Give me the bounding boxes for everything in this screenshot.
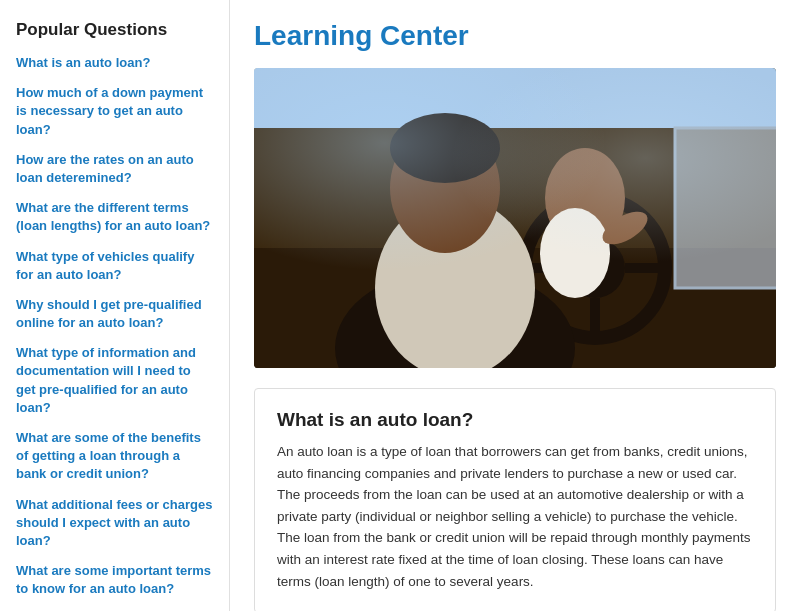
sidebar-link-q7[interactable]: What type of information and documentati…	[16, 344, 213, 417]
sidebar: Popular Questions What is an auto loan?H…	[0, 0, 230, 611]
info-card-title: What is an auto loan?	[277, 409, 753, 431]
hero-image	[254, 68, 776, 368]
sidebar-links-container: What is an auto loan?How much of a down …	[16, 54, 213, 599]
hero-figures	[254, 68, 776, 368]
sidebar-link-q4[interactable]: What are the different terms (loan lengt…	[16, 199, 213, 235]
sidebar-link-q5[interactable]: What type of vehicles qualify for an aut…	[16, 248, 213, 284]
sidebar-link-q9[interactable]: What additional fees or charges should I…	[16, 496, 213, 551]
page-title: Learning Center	[254, 20, 776, 52]
sidebar-link-q1[interactable]: What is an auto loan?	[16, 54, 213, 72]
sidebar-link-q2[interactable]: How much of a down payment is necessary …	[16, 84, 213, 139]
hero-image-inner	[254, 68, 776, 368]
info-card-body: An auto loan is a type of loan that borr…	[277, 441, 753, 592]
sidebar-link-q10[interactable]: What are some important terms to know fo…	[16, 562, 213, 598]
sidebar-title: Popular Questions	[16, 20, 213, 40]
sidebar-link-q6[interactable]: Why should I get pre-qualified online fo…	[16, 296, 213, 332]
info-card: What is an auto loan? An auto loan is a …	[254, 388, 776, 611]
main-content: Learning Center	[230, 0, 800, 611]
sidebar-link-q8[interactable]: What are some of the benefits of getting…	[16, 429, 213, 484]
sidebar-link-q3[interactable]: How are the rates on an auto loan detere…	[16, 151, 213, 187]
